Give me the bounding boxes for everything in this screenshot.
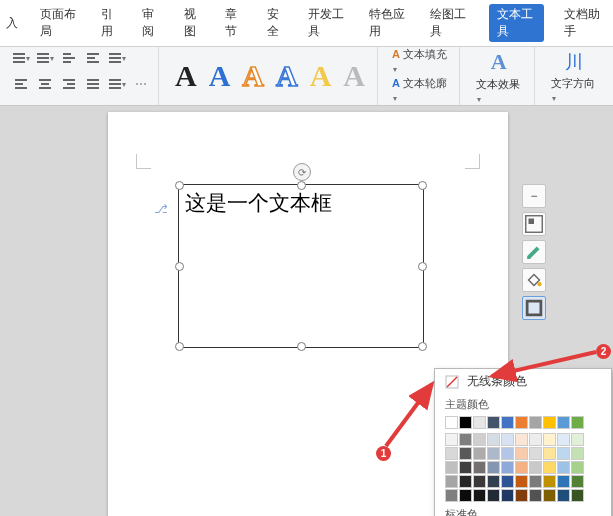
color-swatch[interactable] xyxy=(571,475,584,488)
wordart-style-2[interactable]: A xyxy=(203,59,237,93)
indent-decrease-button[interactable] xyxy=(58,47,80,69)
text-direction-button[interactable]: 川 文字方向 ▾ xyxy=(545,50,603,103)
color-swatch[interactable] xyxy=(459,416,472,429)
color-swatch[interactable] xyxy=(571,447,584,460)
color-swatch[interactable] xyxy=(501,416,514,429)
color-swatch[interactable] xyxy=(515,447,528,460)
align-right-button[interactable] xyxy=(58,73,80,95)
rotate-handle[interactable]: ⟳ xyxy=(293,163,311,181)
tab-dev-tools[interactable]: 开发工具 xyxy=(306,4,349,42)
float-fill-button[interactable] xyxy=(522,268,546,292)
color-swatch[interactable] xyxy=(543,489,556,502)
color-swatch[interactable] xyxy=(515,475,528,488)
color-swatch[interactable] xyxy=(543,475,556,488)
color-swatch[interactable] xyxy=(487,416,500,429)
color-swatch[interactable] xyxy=(557,433,570,446)
no-line-color-item[interactable]: 无线条颜色 xyxy=(435,369,611,394)
color-swatch[interactable] xyxy=(487,475,500,488)
color-swatch[interactable] xyxy=(473,475,486,488)
resize-handle[interactable] xyxy=(297,181,306,190)
color-swatch[interactable] xyxy=(487,447,500,460)
resize-handle[interactable] xyxy=(418,262,427,271)
color-swatch[interactable] xyxy=(529,433,542,446)
color-swatch[interactable] xyxy=(501,447,514,460)
color-swatch[interactable] xyxy=(515,433,528,446)
color-swatch[interactable] xyxy=(543,447,556,460)
color-swatch[interactable] xyxy=(543,461,556,474)
color-swatch[interactable] xyxy=(529,461,542,474)
color-swatch[interactable] xyxy=(445,489,458,502)
color-swatch[interactable] xyxy=(445,461,458,474)
color-swatch[interactable] xyxy=(543,416,556,429)
text-box[interactable]: ⟳ 这是一个文本框 xyxy=(178,184,424,348)
color-swatch[interactable] xyxy=(459,447,472,460)
align-left-button[interactable] xyxy=(10,73,32,95)
float-outline-button[interactable] xyxy=(522,296,546,320)
text-effect-button[interactable]: A 文本效果 ▾ xyxy=(470,49,528,104)
color-swatch[interactable] xyxy=(557,447,570,460)
resize-handle[interactable] xyxy=(418,181,427,190)
vertical-align-button[interactable]: ▾ xyxy=(106,73,128,95)
resize-handle[interactable] xyxy=(297,342,306,351)
color-swatch[interactable] xyxy=(557,489,570,502)
tab-reference[interactable]: 引用 xyxy=(99,4,122,42)
color-swatch[interactable] xyxy=(473,447,486,460)
color-swatch[interactable] xyxy=(515,489,528,502)
color-swatch[interactable] xyxy=(557,475,570,488)
align-center-button[interactable] xyxy=(34,73,56,95)
color-swatch[interactable] xyxy=(557,461,570,474)
color-swatch[interactable] xyxy=(459,475,472,488)
color-swatch[interactable] xyxy=(459,461,472,474)
float-collapse-button[interactable]: − xyxy=(522,184,546,208)
paragraph-dialog-button[interactable]: ⋯ xyxy=(130,73,152,95)
color-swatch[interactable] xyxy=(473,489,486,502)
color-swatch[interactable] xyxy=(473,433,486,446)
bullets-button[interactable]: ▾ xyxy=(10,47,32,69)
color-swatch[interactable] xyxy=(529,447,542,460)
color-swatch[interactable] xyxy=(487,433,500,446)
color-swatch[interactable] xyxy=(529,489,542,502)
color-swatch[interactable] xyxy=(501,461,514,474)
indent-increase-button[interactable] xyxy=(82,47,104,69)
tab-doc-helper[interactable]: 文档助手 xyxy=(562,4,605,42)
text-fill-button[interactable]: A 文本填充 ▾ xyxy=(388,47,453,74)
float-edit-button[interactable] xyxy=(522,240,546,264)
line-spacing-button[interactable]: ▾ xyxy=(106,47,128,69)
color-swatch[interactable] xyxy=(543,433,556,446)
wordart-style-1[interactable]: A xyxy=(169,59,203,93)
color-swatch[interactable] xyxy=(557,416,570,429)
color-swatch[interactable] xyxy=(571,416,584,429)
resize-handle[interactable] xyxy=(175,181,184,190)
tab-security[interactable]: 安全 xyxy=(265,4,288,42)
resize-handle[interactable] xyxy=(418,342,427,351)
color-swatch[interactable] xyxy=(571,461,584,474)
tab-draw-tools[interactable]: 绘图工具 xyxy=(428,4,471,42)
color-swatch[interactable] xyxy=(473,461,486,474)
color-swatch[interactable] xyxy=(501,433,514,446)
color-swatch[interactable] xyxy=(459,433,472,446)
color-swatch[interactable] xyxy=(501,475,514,488)
color-swatch[interactable] xyxy=(529,475,542,488)
tab-review[interactable]: 审阅 xyxy=(140,4,163,42)
resize-handle[interactable] xyxy=(175,342,184,351)
color-swatch[interactable] xyxy=(571,433,584,446)
tab-feature[interactable]: 特色应用 xyxy=(367,4,410,42)
float-layout-button[interactable] xyxy=(522,212,546,236)
align-justify-button[interactable] xyxy=(82,73,104,95)
color-swatch[interactable] xyxy=(487,489,500,502)
color-swatch[interactable] xyxy=(473,416,486,429)
tab-view[interactable]: 视图 xyxy=(182,4,205,42)
text-outline-button[interactable]: A 文本轮廓 ▾ xyxy=(388,76,453,103)
numbering-button[interactable]: ▾ xyxy=(34,47,56,69)
color-swatch[interactable] xyxy=(529,416,542,429)
color-swatch[interactable] xyxy=(459,489,472,502)
resize-handle[interactable] xyxy=(175,262,184,271)
wordart-style-4[interactable]: A xyxy=(270,59,304,93)
tab-text-tools[interactable]: 文本工具 xyxy=(489,4,544,42)
wordart-style-5[interactable]: A xyxy=(304,59,338,93)
color-swatch[interactable] xyxy=(445,475,458,488)
color-swatch[interactable] xyxy=(445,416,458,429)
text-box-content[interactable]: 这是一个文本框 xyxy=(179,185,423,221)
tab-chapter[interactable]: 章节 xyxy=(223,4,246,42)
color-swatch[interactable] xyxy=(487,461,500,474)
